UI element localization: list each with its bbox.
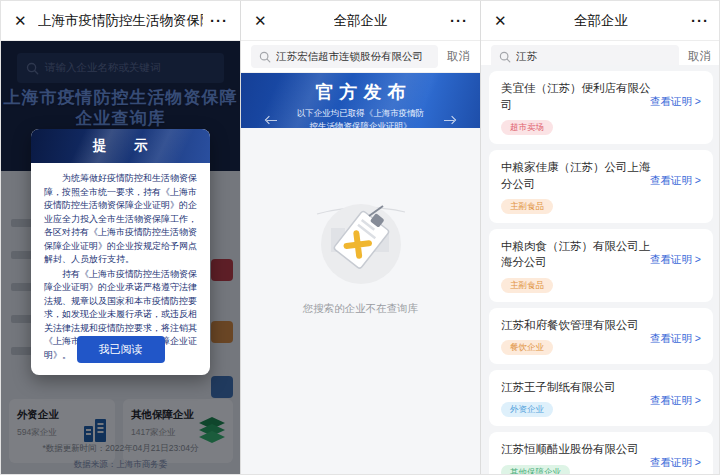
official-banner: 官方发布 以下企业均已取得《上海市疫情防 控生活物资保障企业证明》 [241,73,480,136]
screen-query-home: ✕ 上海市疫情防控生活物资保障企业... ··· 请输入企业名称或关键词 上海市… [1,1,241,475]
screen-search-results: ✕ 全部企业 ··· 江苏 取消 美宜佳（江苏）便利店有限公司 查看证明 > 超… [481,1,720,475]
screen-search-empty: ✕ 全部企业 ··· 江苏宏信超市连锁股份有限公司 取消 官方发布 以下企业均已… [241,1,481,475]
category-tag: 其他保障企业 [501,465,570,475]
search-bar: 江苏宏信超市连锁股份有限公司 取消 [241,41,480,73]
results-body: 您搜索的企业不在查询库 [241,128,480,475]
view-cert-link[interactable]: 查看证明 > [650,332,701,346]
company-list: 美宜佳（江苏）便利店有限公司 查看证明 > 超市卖场 中粮家佳康（江苏）公司上海… [481,65,720,475]
dialog-title: 提 示 [81,137,160,155]
banner-title: 官方发布 [241,80,480,104]
view-cert-link[interactable]: 查看证明 > [650,95,701,109]
decor-arrow-left-icon [267,120,277,121]
close-icon[interactable]: ✕ [14,12,27,30]
company-card[interactable]: 中粮家佳康（江苏）公司上海分公司 查看证明 > 主副食品 [489,150,713,223]
company-card[interactable]: 江苏王子制纸有限公司 查看证明 > 外资企业 [489,370,713,426]
more-menu-icon[interactable]: ··· [691,12,709,29]
category-tag: 超市卖场 [501,120,553,135]
category-tag: 餐饮企业 [501,340,553,355]
page-title: 全部企业 [334,12,388,30]
cancel-button[interactable]: 取消 [688,49,711,64]
company-card[interactable]: 美宜佳（江苏）便利店有限公司 查看证明 > 超市卖场 [489,71,713,144]
category-tag: 主副食品 [501,278,553,293]
more-menu-icon[interactable]: ··· [210,12,228,29]
app-header: ✕ 全部企业 ··· [241,1,480,41]
close-icon[interactable]: ✕ [494,12,507,30]
company-name: 江苏恒顺醋业股份有限公司 [501,441,653,458]
category-tag: 外资企业 [501,402,553,417]
dialog-header: 提 示 [31,129,210,163]
screenshot-stage: ✕ 上海市疫情防控生活物资保障企业... ··· 请输入企业名称或关键词 上海市… [0,0,720,475]
empty-state: 您搜索的企业不在查询库 [241,192,480,316]
dialog-paragraph: 为统筹做好疫情防控和生活物资保障，按照全市统一要求，持有《上海市疫情防控生活物资… [44,172,197,267]
view-cert-link[interactable]: 查看证明 > [650,253,701,267]
search-input[interactable]: 江苏宏信超市连锁股份有限公司 [251,45,438,68]
dialog-body: 为统筹做好疫情防控和生活物资保障，按照全市统一要求，持有《上海市疫情防控生活物资… [31,163,210,362]
search-icon [259,51,271,63]
company-name: 美宜佳（江苏）便利店有限公司 [501,80,653,113]
more-menu-icon[interactable]: ··· [450,12,468,29]
view-cert-link[interactable]: 查看证明 > [650,394,701,408]
category-tag: 主副食品 [501,199,553,214]
decor-arrow-right-icon [444,120,454,121]
empty-state-text: 您搜索的企业不在查询库 [241,302,480,316]
no-result-illustration-icon [313,192,409,288]
have-read-button[interactable]: 我已阅读 [77,336,165,363]
page-title: 上海市疫情防控生活物资保障企业... [38,12,203,30]
app-header: ✕ 全部企业 ··· [481,1,720,41]
company-name: 江苏和府餐饮管理有限公司 [501,317,653,334]
company-card[interactable]: 江苏和府餐饮管理有限公司 查看证明 > 餐饮企业 [489,308,713,364]
company-name: 中粮家佳康（江苏）公司上海分公司 [501,159,653,192]
company-name: 中粮肉食（江苏）有限公司上海分公司 [501,238,653,271]
company-card[interactable]: 中粮肉食（江苏）有限公司上海分公司 查看证明 > 主副食品 [489,229,713,302]
company-card[interactable]: 江苏恒顺醋业股份有限公司 查看证明 > 其他保障企业 [489,432,713,475]
page-title: 全部企业 [574,12,628,30]
app-header: ✕ 上海市疫情防控生活物资保障企业... ··· [1,1,240,41]
close-icon[interactable]: ✕ [254,12,267,30]
notice-dialog: 提 示 为统筹做好疫情防控和生活物资保障，按照全市统一要求，持有《上海市疫情防控… [31,129,210,375]
view-cert-link[interactable]: 查看证明 > [650,456,701,470]
search-icon [499,51,511,63]
view-cert-link[interactable]: 查看证明 > [650,174,701,188]
search-value: 江苏 [516,50,537,64]
company-name: 江苏王子制纸有限公司 [501,379,653,396]
cancel-button[interactable]: 取消 [447,49,470,64]
search-value: 江苏宏信超市连锁股份有限公司 [276,50,423,64]
